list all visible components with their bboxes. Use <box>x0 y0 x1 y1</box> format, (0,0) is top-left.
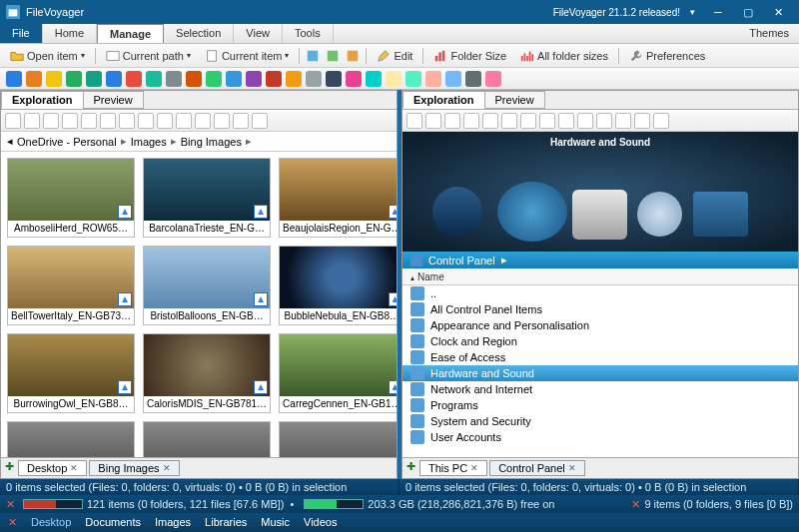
plus-icon[interactable]: ✚ <box>5 460 14 476</box>
tool-icon-2[interactable] <box>326 49 340 63</box>
thumb-item[interactable] <box>143 421 271 457</box>
qa-music[interactable]: Music <box>261 516 290 529</box>
app-shortcut-22[interactable] <box>445 71 461 87</box>
open-item-button[interactable]: Open item▾ <box>6 48 89 64</box>
app-shortcut-17[interactable] <box>346 71 362 87</box>
app-shortcut-19[interactable] <box>386 71 401 87</box>
minimize-button[interactable]: ─ <box>703 2 733 22</box>
thumb-item[interactable]: AmboseliHerd_ROW65… <box>7 158 135 238</box>
tab-exploration-r[interactable]: Exploration <box>402 91 485 109</box>
list-breadcrumb[interactable]: Control Panel▸ <box>402 252 798 268</box>
app-shortcut-10[interactable] <box>206 71 222 87</box>
view-btn-7[interactable] <box>138 113 154 129</box>
preferences-button[interactable]: Preferences <box>625 48 709 64</box>
thumbnail-gallery[interactable]: AmboseliHerd_ROW65…BarcolanaTrieste_EN-G… <box>1 152 397 457</box>
app-shortcut-6[interactable] <box>126 71 142 87</box>
app-shortcut-4[interactable] <box>86 71 102 87</box>
view-btn-7[interactable] <box>539 113 555 129</box>
close-icon[interactable]: ✕ <box>631 498 640 511</box>
app-shortcut-15[interactable] <box>306 71 322 87</box>
release-note[interactable]: FileVoyager 21.1.2 released! <box>553 7 680 18</box>
folder-size-button[interactable]: Folder Size <box>429 48 510 64</box>
view-btn-11[interactable] <box>615 113 631 129</box>
view-btn-9[interactable] <box>176 113 192 129</box>
btab-cpanel[interactable]: Control Panel✕ <box>489 460 585 476</box>
tab-preview-r[interactable]: Preview <box>484 91 545 109</box>
close-icon[interactable]: ✕ <box>70 463 78 473</box>
list-columns[interactable]: ▴ Name <box>402 268 798 285</box>
app-shortcut-11[interactable] <box>226 71 242 87</box>
list-row[interactable]: Programs <box>402 397 798 413</box>
all-folder-sizes-button[interactable]: All folder sizes <box>516 48 612 64</box>
view-btn-1[interactable] <box>24 113 40 129</box>
app-shortcut-18[interactable] <box>366 71 382 87</box>
btab-bing[interactable]: Bing Images✕ <box>89 460 179 476</box>
app-shortcut-23[interactable] <box>465 71 481 87</box>
btab-desktop[interactable]: Desktop✕ <box>18 460 87 476</box>
app-shortcut-12[interactable] <box>246 71 262 87</box>
crumb-1[interactable]: Images <box>131 136 167 148</box>
thumb-item[interactable]: BellTowerItaly_EN-GB73… <box>7 246 135 325</box>
qa-images[interactable]: Images <box>155 516 191 529</box>
list-row[interactable]: .. <box>402 285 798 301</box>
app-shortcut-16[interactable] <box>326 71 342 87</box>
tool-icon-1[interactable] <box>306 49 320 63</box>
view-btn-0[interactable] <box>5 113 21 129</box>
app-shortcut-7[interactable] <box>146 71 162 87</box>
view-btn-13[interactable] <box>252 113 268 129</box>
maximize-button[interactable]: ▢ <box>733 2 763 22</box>
tab-file[interactable]: File <box>0 24 43 43</box>
crumb-2[interactable]: Bing Images <box>181 136 242 148</box>
list-row[interactable]: All Control Panel Items <box>402 301 798 317</box>
app-shortcut-8[interactable] <box>166 71 182 87</box>
view-btn-11[interactable] <box>214 113 230 129</box>
file-list[interactable]: ..All Control Panel ItemsAppearance and … <box>402 285 798 457</box>
thumb-item[interactable]: BubbleNebula_EN-GB8… <box>279 246 397 325</box>
view-btn-5[interactable] <box>501 113 517 129</box>
thumb-item[interactable]: CarregCennen_EN-GB1… <box>279 333 397 413</box>
view-btn-4[interactable] <box>482 113 498 129</box>
view-btn-5[interactable] <box>100 113 116 129</box>
crumb-0[interactable]: OneDrive - Personal <box>17 136 117 148</box>
list-row[interactable]: Ease of Access <box>402 349 798 365</box>
view-btn-3[interactable] <box>62 113 78 129</box>
plus-icon[interactable]: ✚ <box>406 460 415 476</box>
list-row[interactable]: Clock and Region <box>402 333 798 349</box>
app-shortcut-13[interactable] <box>266 71 282 87</box>
thumb-item[interactable]: BarcolanaTrieste_EN-G… <box>143 158 271 238</box>
close-icon[interactable]: ✕ <box>163 463 171 473</box>
close-icon[interactable]: ✕ <box>568 463 576 473</box>
app-shortcut-0[interactable] <box>6 71 22 87</box>
thumb-item[interactable]: BurrowingOwl_EN-GB8… <box>7 333 135 413</box>
thumb-item[interactable]: CalorisMDIS_EN-GB781… <box>143 333 271 413</box>
view-btn-2[interactable] <box>444 113 460 129</box>
list-row[interactable]: Network and Internet <box>402 381 798 397</box>
tab-tools[interactable]: Tools <box>283 24 334 43</box>
view-btn-0[interactable] <box>406 113 422 129</box>
themes-button[interactable]: Themes <box>739 24 799 43</box>
view-btn-2[interactable] <box>43 113 59 129</box>
view-btn-13[interactable] <box>653 113 669 129</box>
qa-desktop[interactable]: Desktop <box>31 516 71 529</box>
list-row[interactable]: System and Security <box>402 413 798 429</box>
thumb-item[interactable] <box>279 421 397 457</box>
tab-view[interactable]: View <box>234 24 283 43</box>
thumb-item[interactable]: BristolBalloons_EN-GB… <box>143 246 271 325</box>
view-btn-1[interactable] <box>425 113 441 129</box>
close-icon[interactable]: ✕ <box>8 516 17 529</box>
chevron-left-icon[interactable]: ◂ <box>7 135 13 148</box>
view-btn-8[interactable] <box>558 113 574 129</box>
app-shortcut-24[interactable] <box>485 71 501 87</box>
tab-selection[interactable]: Selection <box>164 24 234 43</box>
app-shortcut-20[interactable] <box>405 71 421 87</box>
col-name[interactable]: Name <box>417 271 444 282</box>
list-row[interactable]: Appearance and Personalisation <box>402 317 798 333</box>
thumb-item[interactable] <box>7 421 135 457</box>
edit-button[interactable]: Edit <box>373 48 416 64</box>
close-icon[interactable]: ✕ <box>6 498 15 511</box>
app-shortcut-5[interactable] <box>106 71 122 87</box>
app-shortcut-9[interactable] <box>186 71 202 87</box>
app-shortcut-1[interactable] <box>26 71 42 87</box>
current-path-button[interactable]: Current path▾ <box>102 48 195 64</box>
view-btn-6[interactable] <box>119 113 135 129</box>
